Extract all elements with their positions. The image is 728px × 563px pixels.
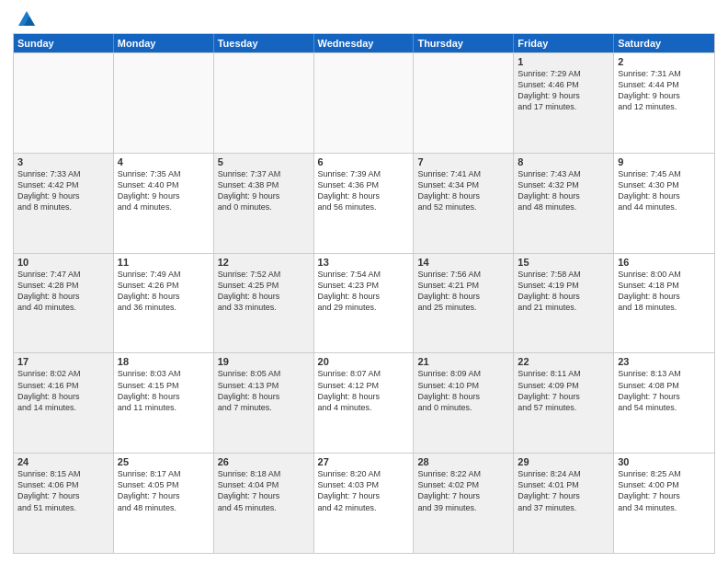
cal-cell: 13Sunrise: 7:54 AM Sunset: 4:23 PM Dayli… — [314, 254, 415, 353]
cal-cell: 27Sunrise: 8:20 AM Sunset: 4:03 PM Dayli… — [314, 454, 415, 553]
header — [13, 9, 715, 28]
day-number: 12 — [218, 257, 310, 268]
day-number: 13 — [318, 257, 410, 268]
day-number: 10 — [17, 257, 109, 268]
day-info: Sunrise: 7:56 AM Sunset: 4:21 PM Dayligh… — [417, 269, 509, 314]
cal-cell: 25Sunrise: 8:17 AM Sunset: 4:05 PM Dayli… — [114, 454, 214, 553]
day-number: 21 — [417, 356, 509, 367]
day-info: Sunrise: 7:29 AM Sunset: 4:46 PM Dayligh… — [518, 68, 609, 113]
cal-cell: 14Sunrise: 7:56 AM Sunset: 4:21 PM Dayli… — [414, 254, 514, 353]
day-info: Sunrise: 7:52 AM Sunset: 4:25 PM Dayligh… — [218, 269, 310, 314]
cal-cell: 4Sunrise: 7:35 AM Sunset: 4:40 PM Daylig… — [114, 154, 214, 253]
cal-cell: 12Sunrise: 7:52 AM Sunset: 4:25 PM Dayli… — [214, 254, 314, 353]
week-row-1: 3Sunrise: 7:33 AM Sunset: 4:42 PM Daylig… — [14, 153, 714, 253]
day-number: 1 — [518, 56, 609, 67]
day-number: 22 — [518, 356, 609, 367]
cal-cell: 19Sunrise: 8:05 AM Sunset: 4:13 PM Dayli… — [214, 353, 314, 453]
day-info: Sunrise: 8:03 AM Sunset: 4:15 PM Dayligh… — [118, 368, 210, 413]
day-info: Sunrise: 7:54 AM Sunset: 4:23 PM Dayligh… — [318, 269, 410, 314]
day-info: Sunrise: 7:39 AM Sunset: 4:36 PM Dayligh… — [318, 168, 410, 213]
day-info: Sunrise: 7:33 AM Sunset: 4:42 PM Dayligh… — [17, 168, 109, 213]
cal-cell: 26Sunrise: 8:18 AM Sunset: 4:04 PM Dayli… — [214, 454, 314, 553]
week-row-2: 10Sunrise: 7:47 AM Sunset: 4:28 PM Dayli… — [14, 253, 714, 353]
cal-cell: 8Sunrise: 7:43 AM Sunset: 4:32 PM Daylig… — [514, 154, 614, 253]
cal-cell: 22Sunrise: 8:11 AM Sunset: 4:09 PM Dayli… — [514, 353, 614, 453]
day-number: 17 — [17, 356, 109, 367]
day-number: 25 — [118, 456, 210, 467]
day-info: Sunrise: 7:35 AM Sunset: 4:40 PM Dayligh… — [118, 168, 210, 213]
cal-cell: 21Sunrise: 8:09 AM Sunset: 4:10 PM Dayli… — [414, 353, 514, 453]
day-info: Sunrise: 7:37 AM Sunset: 4:38 PM Dayligh… — [218, 168, 310, 213]
logo — [13, 9, 37, 28]
day-info: Sunrise: 8:17 AM Sunset: 4:05 PM Dayligh… — [118, 468, 210, 513]
cal-cell — [14, 53, 114, 153]
calendar: SundayMondayTuesdayWednesdayThursdayFrid… — [13, 33, 715, 554]
cal-cell: 17Sunrise: 8:02 AM Sunset: 4:16 PM Dayli… — [14, 353, 114, 453]
header-day-wednesday: Wednesday — [314, 34, 415, 52]
day-number: 29 — [518, 456, 609, 467]
day-info: Sunrise: 7:41 AM Sunset: 4:34 PM Dayligh… — [417, 168, 509, 213]
day-info: Sunrise: 8:07 AM Sunset: 4:12 PM Dayligh… — [318, 368, 410, 413]
day-number: 28 — [417, 456, 509, 467]
cal-cell: 29Sunrise: 8:24 AM Sunset: 4:01 PM Dayli… — [514, 454, 614, 553]
cal-cell: 28Sunrise: 8:22 AM Sunset: 4:02 PM Dayli… — [414, 454, 514, 553]
cal-cell: 20Sunrise: 8:07 AM Sunset: 4:12 PM Dayli… — [314, 353, 415, 453]
day-number: 15 — [518, 257, 609, 268]
cal-cell: 15Sunrise: 7:58 AM Sunset: 4:19 PM Dayli… — [514, 254, 614, 353]
cal-cell: 23Sunrise: 8:13 AM Sunset: 4:08 PM Dayli… — [614, 353, 714, 453]
day-number: 23 — [618, 356, 711, 367]
day-number: 2 — [618, 56, 711, 67]
day-info: Sunrise: 8:05 AM Sunset: 4:13 PM Dayligh… — [218, 368, 310, 413]
cal-cell — [314, 53, 415, 153]
day-number: 30 — [618, 456, 711, 467]
cal-cell: 9Sunrise: 7:45 AM Sunset: 4:30 PM Daylig… — [614, 154, 714, 253]
day-number: 4 — [118, 156, 210, 167]
day-info: Sunrise: 7:45 AM Sunset: 4:30 PM Dayligh… — [618, 168, 711, 213]
day-info: Sunrise: 7:31 AM Sunset: 4:44 PM Dayligh… — [618, 68, 711, 113]
cal-cell — [214, 53, 314, 153]
cal-cell: 7Sunrise: 7:41 AM Sunset: 4:34 PM Daylig… — [414, 154, 514, 253]
cal-cell: 6Sunrise: 7:39 AM Sunset: 4:36 PM Daylig… — [314, 154, 415, 253]
day-number: 5 — [218, 156, 310, 167]
cal-cell: 24Sunrise: 8:15 AM Sunset: 4:06 PM Dayli… — [14, 454, 114, 553]
day-info: Sunrise: 8:02 AM Sunset: 4:16 PM Dayligh… — [17, 368, 109, 413]
day-number: 19 — [218, 356, 310, 367]
day-number: 27 — [318, 456, 410, 467]
week-row-3: 17Sunrise: 8:02 AM Sunset: 4:16 PM Dayli… — [14, 352, 714, 453]
day-number: 8 — [518, 156, 609, 167]
day-info: Sunrise: 7:58 AM Sunset: 4:19 PM Dayligh… — [518, 269, 609, 314]
day-info: Sunrise: 8:24 AM Sunset: 4:01 PM Dayligh… — [518, 468, 609, 513]
cal-cell — [414, 53, 514, 153]
header-day-sunday: Sunday — [14, 34, 114, 52]
cal-cell: 3Sunrise: 7:33 AM Sunset: 4:42 PM Daylig… — [14, 154, 114, 253]
day-number: 24 — [17, 456, 109, 467]
day-info: Sunrise: 8:22 AM Sunset: 4:02 PM Dayligh… — [417, 468, 509, 513]
day-info: Sunrise: 7:47 AM Sunset: 4:28 PM Dayligh… — [17, 269, 109, 314]
day-info: Sunrise: 8:13 AM Sunset: 4:08 PM Dayligh… — [618, 368, 711, 413]
cal-cell: 2Sunrise: 7:31 AM Sunset: 4:44 PM Daylig… — [614, 53, 714, 153]
cal-cell: 11Sunrise: 7:49 AM Sunset: 4:26 PM Dayli… — [114, 254, 214, 353]
header-day-saturday: Saturday — [614, 34, 714, 52]
day-number: 20 — [318, 356, 410, 367]
calendar-body: 1Sunrise: 7:29 AM Sunset: 4:46 PM Daylig… — [14, 52, 714, 553]
day-number: 11 — [118, 257, 210, 268]
logo-icon — [17, 9, 37, 29]
day-info: Sunrise: 8:25 AM Sunset: 4:00 PM Dayligh… — [618, 468, 711, 513]
day-number: 7 — [417, 156, 509, 167]
cal-cell — [114, 53, 214, 153]
week-row-0: 1Sunrise: 7:29 AM Sunset: 4:46 PM Daylig… — [14, 52, 714, 153]
day-number: 3 — [17, 156, 109, 167]
cal-cell: 16Sunrise: 8:00 AM Sunset: 4:18 PM Dayli… — [614, 254, 714, 353]
cal-cell: 5Sunrise: 7:37 AM Sunset: 4:38 PM Daylig… — [214, 154, 314, 253]
day-number: 26 — [218, 456, 310, 467]
calendar-header: SundayMondayTuesdayWednesdayThursdayFrid… — [14, 34, 714, 52]
day-info: Sunrise: 8:18 AM Sunset: 4:04 PM Dayligh… — [218, 468, 310, 513]
header-day-friday: Friday — [514, 34, 614, 52]
day-number: 6 — [318, 156, 410, 167]
day-number: 16 — [618, 257, 711, 268]
day-info: Sunrise: 8:00 AM Sunset: 4:18 PM Dayligh… — [618, 269, 711, 314]
day-info: Sunrise: 8:11 AM Sunset: 4:09 PM Dayligh… — [518, 368, 609, 413]
cal-cell: 10Sunrise: 7:47 AM Sunset: 4:28 PM Dayli… — [14, 254, 114, 353]
day-number: 18 — [118, 356, 210, 367]
cal-cell: 18Sunrise: 8:03 AM Sunset: 4:15 PM Dayli… — [114, 353, 214, 453]
